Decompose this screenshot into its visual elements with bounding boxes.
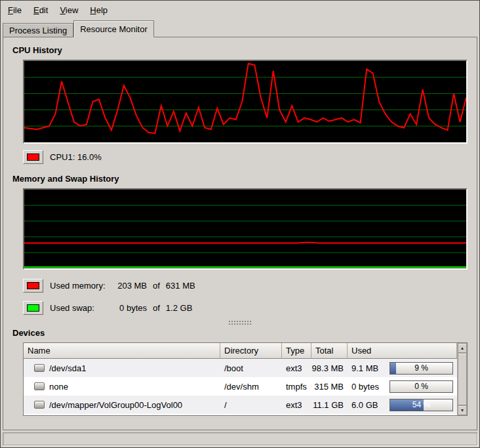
memory-used-value: 203 MB (113, 281, 147, 291)
device-directory: / (220, 400, 282, 410)
cpu1-color-swatch (27, 153, 39, 161)
system-monitor-window: File Edit View Help Process Listing Reso… (0, 0, 480, 448)
device-directory: /dev/shm (220, 382, 282, 392)
cpu-history-graph (24, 61, 466, 142)
devices-table-main: Name Directory Type Total Used /dev/sda1… (24, 343, 457, 415)
devices-table-body: /dev/sda1 /boot ext3 98.3 MB 9.1 MB 9 % (24, 359, 457, 415)
device-name: none (49, 382, 68, 392)
menubar: File Edit View Help (1, 1, 479, 19)
menu-help[interactable]: Help (84, 3, 113, 18)
cpu1-legend-label: CPU1: 16.0% (50, 152, 102, 162)
memory-total-value: 631 MB (166, 281, 195, 291)
disk-usage-progressbar: 0 % (390, 380, 453, 393)
table-row[interactable]: /dev/mapper/VolGroup00-LogVol00 / ext3 1… (24, 396, 457, 414)
column-header-type[interactable]: Type (282, 343, 311, 359)
swap-used-value: 0 bytes (113, 303, 147, 313)
disk-usage-progressbar: 54 % (390, 399, 453, 411)
status-bar (3, 432, 477, 445)
memory-history-chart (23, 188, 468, 270)
disk-usage-progressbar: 9 % (390, 362, 453, 375)
device-used: 9.1 MB (351, 363, 390, 373)
tab-resource-monitor[interactable]: Resource Monitor (73, 20, 154, 37)
device-used: 0 bytes (351, 382, 390, 392)
swap-color-button[interactable] (23, 301, 43, 315)
tab-bar: Process Listing Resource Monitor (1, 19, 479, 37)
column-header-name[interactable]: Name (24, 343, 220, 359)
column-header-total[interactable]: Total (311, 343, 348, 359)
devices-title: Devices (12, 328, 469, 338)
memory-legend-label: Used memory: (50, 281, 113, 291)
device-type: tmpfs (282, 382, 311, 392)
cpu-history-title: CPU History (12, 45, 469, 55)
scrollbar-thumb[interactable] (458, 353, 467, 405)
device-name: /dev/sda1 (49, 363, 86, 373)
device-type: ext3 (282, 363, 311, 373)
device-total: 11.1 GB (311, 400, 348, 410)
device-total: 98.3 MB (311, 363, 348, 373)
disk-drive-icon (34, 401, 45, 409)
device-used: 6.0 GB (351, 400, 390, 410)
pane-resize-grip[interactable] (229, 321, 251, 325)
swap-color-swatch (27, 304, 39, 312)
progress-label: 54 % (390, 399, 452, 411)
table-row[interactable]: /dev/sda1 /boot ext3 98.3 MB 9.1 MB 9 % (24, 359, 457, 377)
devices-table: Name Directory Type Total Used /dev/sda1… (23, 342, 468, 416)
scroll-down-button[interactable]: ▼ (458, 405, 467, 415)
memory-history-graph (24, 190, 466, 268)
column-header-directory[interactable]: Directory (220, 343, 282, 359)
tab-process-listing[interactable]: Process Listing (3, 23, 73, 37)
swap-of-text: of (153, 303, 160, 313)
menu-view[interactable]: View (54, 3, 84, 18)
table-row[interactable]: none /dev/shm tmpfs 315 MB 0 bytes 0 % (24, 377, 457, 396)
devices-table-header: Name Directory Type Total Used (24, 343, 457, 359)
progress-label: 9 % (390, 363, 452, 374)
device-name: /dev/mapper/VolGroup00-LogVol00 (49, 400, 182, 410)
scroll-up-button[interactable]: ▲ (458, 343, 467, 353)
memory-color-button[interactable] (23, 279, 43, 293)
swap-legend-row: Used swap: 0 bytes of 1.2 GB (23, 298, 469, 317)
cpu1-color-button[interactable] (23, 150, 43, 164)
memory-of-text: of (153, 281, 160, 291)
disk-drive-icon (34, 364, 45, 372)
menu-file[interactable]: File (2, 3, 28, 18)
cpu-legend: CPU1: 16.0% (23, 148, 469, 166)
vertical-scrollbar[interactable]: ▲ ▼ (457, 343, 467, 415)
memory-legend-row: Used memory: 203 MB of 631 MB (23, 276, 469, 295)
device-type: ext3 (282, 400, 311, 410)
disk-drive-icon (34, 382, 45, 390)
swap-legend-label: Used swap: (50, 303, 113, 313)
memory-color-swatch (27, 282, 39, 289)
cpu-history-chart (23, 60, 468, 144)
column-header-used[interactable]: Used (348, 343, 457, 359)
device-total: 315 MB (311, 382, 348, 392)
progress-label: 0 % (390, 381, 452, 392)
memory-history-title: Memory and Swap History (12, 174, 469, 184)
swap-total-value: 1.2 GB (166, 303, 192, 313)
resource-monitor-page: CPU History CPU1: 16.0% Memory and Swap … (3, 37, 477, 430)
device-directory: /boot (220, 363, 282, 373)
menu-edit[interactable]: Edit (28, 3, 54, 18)
